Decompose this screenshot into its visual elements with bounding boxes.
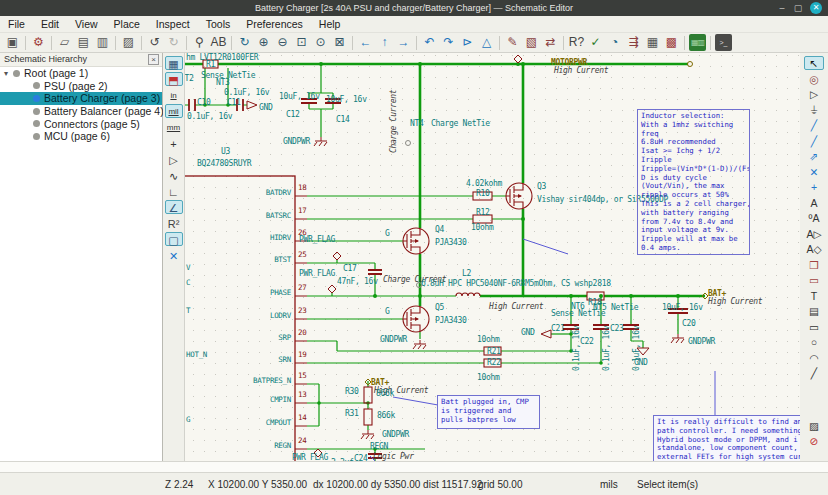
fields-table-button[interactable]: ▦	[644, 34, 661, 51]
pin-name-g[interactable]: G	[186, 416, 190, 424]
nav-forward-button[interactable]: →	[395, 34, 412, 51]
sch-label-gndpwr[interactable]: GNDPWR	[688, 338, 715, 346]
units-inches-button[interactable]: in	[165, 88, 183, 102]
pin-name-regn[interactable]: REGN	[274, 442, 291, 450]
sch-label-r1[interactable]: R1	[206, 61, 215, 69]
sch-label-r21[interactable]: R21	[487, 348, 501, 356]
menu-preferences[interactable]: Preferences	[238, 16, 311, 33]
paste-button[interactable]: ▨	[120, 34, 137, 51]
menu-file[interactable]: File	[0, 16, 33, 33]
pin-name-hidrv[interactable]: HIDRV	[270, 234, 291, 242]
zoom-selection-button[interactable]: ⊠	[331, 34, 348, 51]
symbol-editor-button[interactable]: ✎	[504, 34, 521, 51]
sch-label-gnd[interactable]: GND	[259, 104, 273, 112]
erc-button[interactable]: ✓	[587, 34, 604, 51]
sch-label-c23[interactable]: C23	[610, 325, 624, 333]
sch-label-logic-pwr[interactable]: Logic Pwr	[373, 453, 414, 461]
sch-label-gnd[interactable]: GND	[634, 359, 648, 367]
circle-tool-button[interactable]: ○	[804, 335, 824, 349]
wire-to-bus-entry-button[interactable]: ⇗	[804, 149, 824, 163]
schematic-setup-button[interactable]: ⚙	[30, 34, 47, 51]
netclass-directive-button[interactable]: ºA	[804, 211, 824, 225]
high-current-wires[interactable]	[185, 64, 705, 306]
console-button[interactable]: >_	[715, 34, 732, 51]
pin-name-cmpin[interactable]: CMPIN	[270, 396, 291, 404]
text-tool-button[interactable]: T	[804, 289, 824, 303]
sch-label-10uf-16v[interactable]: 10uF, 16v	[662, 304, 703, 312]
page-settings-button[interactable]: ▱	[56, 34, 73, 51]
sch-label-866k[interactable]: 866k	[377, 412, 395, 420]
sch-label-bq24780sruyr[interactable]: BQ24780SRUYR	[197, 160, 251, 168]
sch-label-nt6[interactable]: NT6	[571, 303, 585, 311]
net-label-button[interactable]: A	[804, 196, 824, 210]
junction-button[interactable]: +	[804, 180, 824, 194]
grid-toggle-button[interactable]: ▦	[165, 56, 183, 70]
sch-label-0-1uf-16v[interactable]: 0.1uF, 16v	[187, 113, 232, 121]
sheet-pin-button[interactable]: ▭	[804, 273, 824, 287]
pin-name-batdrv[interactable]: BATDRV	[266, 189, 291, 197]
sidebar-item-battery-charger-page-3-[interactable]: Battery Charger (page 3)	[0, 92, 162, 105]
hierarchical-sheet-button[interactable]: ❒	[804, 258, 824, 272]
sch-label-pwr-flag[interactable]: PWR_FLAG	[299, 236, 335, 244]
sch-label-u3[interactable]: U3	[221, 148, 230, 156]
sch-label-10uf-16v[interactable]: 10uF, 16v	[279, 93, 320, 101]
find-replace-button[interactable]: AB	[210, 34, 227, 51]
hierarchy-navigator-button[interactable]: ▢	[165, 232, 183, 246]
schematic-canvas[interactable]: BATDRV18BATSRC17HIDRV26BTST25PHASE27LODR…	[185, 53, 800, 461]
rotate-ccw-button[interactable]: ↶	[421, 34, 438, 51]
sch-label-gndpwr[interactable]: GNDPWR	[382, 431, 409, 439]
pin-name-c[interactable]: C	[186, 279, 190, 287]
find-button[interactable]: ⚲	[191, 34, 208, 51]
sch-label-hm-lvt12r0100fer[interactable]: hm LVT12R0100FER	[186, 54, 258, 62]
place-power-port-button[interactable]: ⏚	[804, 103, 824, 117]
sch-label-r22[interactable]: R22	[487, 359, 501, 367]
sch-label-q3[interactable]: Q3	[537, 183, 546, 191]
menu-view[interactable]: View	[67, 16, 106, 33]
line-tool-button[interactable]: ╱	[804, 366, 824, 380]
minimize-button[interactable]: –	[776, 2, 788, 14]
rectangle-tool-button[interactable]: ▭	[804, 320, 824, 334]
pin-name-cmpout[interactable]: CMPOUT	[266, 419, 291, 427]
sch-label-4-02kohm[interactable]: 4.02kohm	[466, 180, 502, 188]
sch-label-c17[interactable]: C17	[343, 265, 357, 273]
annotate-auto-button[interactable]: R²	[165, 216, 183, 230]
cross-probe-button[interactable]: ✕	[165, 248, 183, 262]
inductor-l2[interactable]	[456, 293, 480, 296]
draw-bus-button[interactable]: ╱	[804, 134, 824, 148]
hierarchical-label-button[interactable]: A◇	[804, 242, 824, 256]
undo-button[interactable]: ↺	[146, 34, 163, 51]
hidden-fields-button[interactable]: ∿	[165, 168, 183, 182]
sch-label-pwr-flag[interactable]: PWR_FLAG	[292, 454, 328, 461]
sch-label-r31[interactable]: R31	[345, 410, 359, 418]
delete-tool-button[interactable]: ⊘	[804, 434, 824, 448]
pin-name-t[interactable]: T	[186, 307, 190, 315]
redo-button[interactable]: ↻	[165, 34, 182, 51]
annotate-button[interactable]: R?	[568, 34, 585, 51]
menu-edit[interactable]: Edit	[33, 16, 67, 33]
sch-label-c20[interactable]: C20	[682, 320, 696, 328]
zoom-objects-button[interactable]: ⊙	[312, 34, 329, 51]
textbox-tool-button[interactable]: ▤	[804, 304, 824, 318]
sch-label-c12[interactable]: C12	[286, 111, 300, 119]
tree-expander[interactable]: ▾	[4, 69, 13, 78]
global-label-button[interactable]: A▷	[804, 227, 824, 241]
footprint-assign-button[interactable]: ▩	[663, 34, 680, 51]
sch-label-c10[interactable]: C10	[197, 99, 211, 107]
pin-name-v[interactable]: V	[186, 264, 190, 272]
update-pcb-button[interactable]: ⇶	[625, 34, 642, 51]
draw-wire-button[interactable]: ╱	[804, 118, 824, 132]
sch-label-nt5-nettie[interactable]: NT5 NetTie	[593, 304, 638, 312]
sch-label-gndpwr[interactable]: GNDPWR	[380, 336, 407, 344]
pin-name-lodrv[interactable]: LODRV	[270, 312, 291, 320]
pin-name-phase[interactable]: PHASE	[270, 289, 291, 297]
pin-name-btst[interactable]: BTST	[274, 256, 291, 264]
sch-label-10ohm[interactable]: 10ohm	[471, 224, 494, 232]
mosfet-q4[interactable]	[403, 228, 429, 254]
arc-tool-button[interactable]: ◠	[804, 351, 824, 365]
sidebar-item-connectors-page-5-[interactable]: Connectors (page 5)	[0, 117, 162, 130]
zoom-in-button[interactable]: ⊕	[255, 34, 272, 51]
sch-label-10ohm[interactable]: 10ohm	[477, 374, 500, 382]
rotate-cw-button[interactable]: ↷	[440, 34, 457, 51]
free-angle-button[interactable]: ∠	[165, 200, 183, 214]
sidebar-item-battery-balancer-page-4-[interactable]: Battery Balancer (page 4)	[0, 105, 162, 118]
